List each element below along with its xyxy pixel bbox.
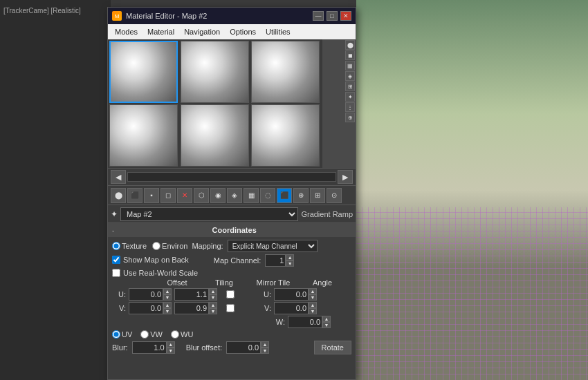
radio-vw-input[interactable]: [140, 330, 149, 339]
offset-u-up[interactable]: ▲: [163, 288, 172, 294]
tool-delete[interactable]: ✕: [177, 188, 192, 203]
menu-options[interactable]: Options: [226, 26, 260, 37]
radio-texture[interactable]: Texture: [112, 242, 147, 250]
offset-u-down[interactable]: ▼: [163, 294, 172, 301]
radio-uv-input[interactable]: [112, 330, 120, 339]
mirror-u-checkbox[interactable]: [226, 290, 235, 298]
tool-extra1[interactable]: ⊕: [293, 188, 309, 203]
tool-multi[interactable]: ⬡: [194, 188, 209, 203]
radio-environ-input[interactable]: [152, 242, 160, 250]
tiling-v-input[interactable]: [174, 302, 209, 314]
offset-u-input[interactable]: [129, 288, 163, 301]
show-map-checkbox[interactable]: [112, 256, 120, 264]
preview-cell-4[interactable]: [109, 104, 178, 167]
tool-flat[interactable]: ◻: [160, 188, 176, 203]
blur-down[interactable]: ▼: [167, 348, 175, 354]
offset-v-input[interactable]: [129, 302, 163, 314]
angle-w-input[interactable]: [288, 316, 322, 328]
real-world-checkbox[interactable]: [112, 269, 120, 277]
menu-navigation[interactable]: Navigation: [180, 26, 224, 37]
tool-uvw[interactable]: ▦: [244, 188, 259, 203]
rotate-button[interactable]: Rotate: [314, 341, 351, 354]
angle-u-up[interactable]: ▲: [309, 288, 317, 294]
offset-v-down[interactable]: ▼: [163, 308, 172, 314]
section-header-coordinates[interactable]: - Coordinates: [108, 223, 356, 237]
side-tool-8[interactable]: ⊕: [345, 113, 355, 122]
close-button[interactable]: ✕: [340, 11, 351, 21]
tool-teapot[interactable]: ◈: [227, 188, 242, 203]
tool-cam[interactable]: ◌: [260, 188, 275, 203]
channel-up[interactable]: ▲: [286, 254, 294, 260]
tiling-u-down[interactable]: ▼: [209, 294, 217, 301]
radio-vw[interactable]: VW: [140, 330, 163, 339]
tool-obj[interactable]: ◉: [210, 188, 226, 203]
angle-v-label: V:: [257, 304, 271, 312]
tiling-v-up[interactable]: ▲: [209, 302, 217, 308]
title-text: Material Editor - Map #2: [126, 12, 207, 20]
angle-v-btns: ▲ ▼: [309, 302, 317, 314]
tiling-u-input[interactable]: [174, 288, 209, 301]
blur-input[interactable]: [132, 341, 167, 354]
radio-texture-input[interactable]: [112, 242, 120, 250]
side-tool-4[interactable]: ◈: [345, 71, 355, 81]
side-tool-3[interactable]: ▦: [345, 61, 355, 70]
blur-offset-input[interactable]: [226, 341, 261, 354]
map-selector-row: ✦ Map #2 Gradient Ramp: [108, 205, 356, 222]
side-tool-7[interactable]: ⋮: [345, 102, 355, 112]
radio-wu[interactable]: WU: [171, 330, 193, 339]
tiling-v-down[interactable]: ▼: [209, 308, 217, 314]
preview-cell-5[interactable]: [181, 104, 249, 167]
v-label: V:: [112, 304, 126, 312]
tool-extra2[interactable]: ⊞: [310, 188, 325, 203]
tool-extra3[interactable]: ⊙: [327, 188, 342, 203]
angle-u-input[interactable]: [274, 288, 309, 301]
tiling-u-up[interactable]: ▲: [209, 288, 217, 294]
radio-uv[interactable]: UV: [112, 330, 132, 339]
radio-environ[interactable]: Environ: [152, 242, 187, 250]
mirror-v-checkbox[interactable]: [226, 304, 235, 312]
channel-input[interactable]: [265, 254, 286, 267]
side-tool-5[interactable]: ⊞: [345, 82, 355, 91]
material-editor-icon: M: [112, 11, 122, 21]
angle-u-down[interactable]: ▼: [309, 294, 317, 301]
offset-v-up[interactable]: ▲: [163, 302, 172, 308]
title-controls: — □ ✕: [313, 11, 351, 21]
side-tool-6[interactable]: ✦: [345, 92, 355, 102]
uvw-radio-row: UV VW WU: [112, 330, 351, 339]
next-button[interactable]: ▶: [338, 170, 353, 184]
side-tool-1[interactable]: ⬤: [345, 40, 355, 50]
radio-wu-input[interactable]: [171, 330, 179, 339]
minimize-button[interactable]: —: [313, 11, 324, 21]
angle-w-spinner: ▲ ▼: [288, 316, 331, 328]
channel-label: Map Channel:: [214, 256, 261, 265]
menu-utilities[interactable]: Utilities: [261, 26, 294, 37]
channel-down[interactable]: ▼: [286, 260, 294, 267]
angle-v-up[interactable]: ▲: [309, 302, 317, 308]
preview-cell-3[interactable]: [251, 41, 320, 103]
preview-cell-6[interactable]: [251, 104, 320, 167]
angle-w-up[interactable]: ▲: [322, 316, 331, 322]
preview-area: ⬤ ◼ ▦ ◈ ⊞ ✦ ⋮ ⊕: [108, 39, 356, 169]
blur-offset-up[interactable]: ▲: [261, 341, 269, 348]
tool-cylinder[interactable]: ⬛: [127, 188, 143, 203]
maximize-button[interactable]: □: [327, 11, 338, 21]
map-dropdown[interactable]: Map #2: [120, 207, 298, 221]
coords-row-2: Show Map on Back Map Channel: ▲ ▼: [112, 254, 351, 267]
angle-v-input[interactable]: [274, 302, 309, 314]
blur-up[interactable]: ▲: [167, 341, 175, 348]
mapping-dropdown[interactable]: Explicit Map Channel: [228, 240, 318, 252]
horizontal-scrollbar[interactable]: [127, 172, 336, 182]
tool-box[interactable]: ▪: [144, 188, 159, 203]
blur-offset-down[interactable]: ▼: [261, 348, 269, 354]
angle-w-down[interactable]: ▼: [322, 322, 331, 328]
prev-button[interactable]: ◀: [111, 170, 126, 184]
angle-v-down[interactable]: ▼: [309, 308, 317, 314]
menu-material[interactable]: Material: [143, 26, 178, 37]
blur-offset-label: Blur offset:: [186, 343, 222, 352]
preview-cell-1[interactable]: [109, 41, 178, 103]
preview-cell-2[interactable]: [181, 41, 249, 103]
tool-active[interactable]: ⬛: [277, 188, 292, 203]
tool-sphere[interactable]: ⬤: [111, 188, 126, 203]
side-tool-2[interactable]: ◼: [345, 50, 355, 60]
menu-modes[interactable]: Modes: [111, 26, 142, 37]
